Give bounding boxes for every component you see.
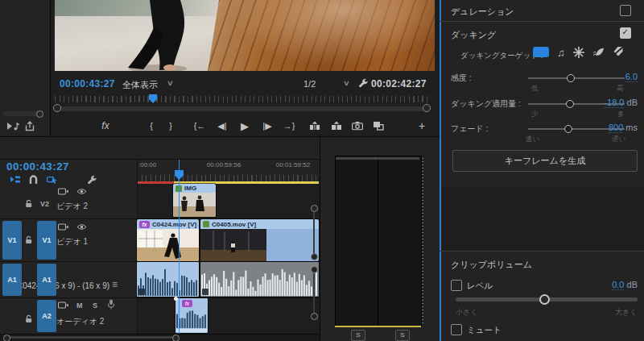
level-checkbox[interactable] [451, 280, 462, 291]
panel-menu-icon[interactable]: ≡ [112, 279, 118, 290]
toggle-output-eye-icon[interactable] [76, 223, 87, 231]
generate-keyframes-button[interactable]: キーフレームを生成 [452, 150, 638, 172]
lock-icon[interactable] [25, 235, 33, 244]
sensitivity-slider[interactable] [528, 77, 625, 79]
go-to-in-icon[interactable]: {← [194, 121, 206, 130]
video-track-scrollbar[interactable] [313, 209, 315, 256]
monitor-settings-wrench-icon[interactable] [358, 78, 369, 89]
slider-thumb[interactable] [539, 294, 550, 305]
chevron-down-icon[interactable]: ∨ [343, 79, 350, 87]
clip-c0424-audio[interactable] [137, 262, 199, 297]
clip-c0405-audio[interactable] [200, 262, 319, 297]
export-icon[interactable] [24, 121, 37, 132]
level-label: レベル [467, 281, 493, 292]
solo-track-button[interactable]: S [93, 301, 97, 310]
ducking-section-label[interactable]: ダッキング [451, 29, 496, 41]
scrollbar-handle[interactable] [311, 266, 318, 273]
monitor-playhead[interactable] [149, 94, 157, 103]
solo-channel-button[interactable]: S [395, 330, 410, 341]
lock-icon[interactable] [25, 199, 33, 208]
scrollbar-handle[interactable] [3, 335, 10, 341]
zoom-handle-left[interactable] [53, 104, 61, 112]
scrollbar-handle[interactable] [36, 110, 43, 118]
scrollbar-handle[interactable] [311, 313, 318, 320]
source-patch-v1[interactable]: V1 [2, 221, 22, 260]
mark-in-icon[interactable]: { [150, 121, 153, 130]
monitor-zoom-scrollbar[interactable] [55, 106, 429, 111]
duration-checkbox[interactable] [620, 5, 631, 16]
left-panel-scrollbar[interactable] [3, 111, 42, 116]
fx-badge-icon[interactable]: fx [101, 121, 109, 131]
voice-over-record-mic-icon[interactable] [107, 299, 115, 310]
sequence-tab-title[interactable]: C0424 - (16 x 9) - (16 x 9) [17, 281, 109, 290]
volume-band[interactable] [176, 329, 207, 332]
sensitivity-value[interactable]: 6.0 [625, 72, 638, 81]
play-audio-icon[interactable] [6, 121, 19, 132]
chevron-down-icon[interactable]: ∨ [167, 79, 174, 87]
duration-section-label[interactable]: デュレーション [451, 6, 514, 18]
sync-lock-icon[interactable] [58, 301, 68, 309]
track-lane-a2[interactable] [137, 298, 320, 334]
go-to-out-icon[interactable]: →} [283, 121, 295, 130]
scrollbar-handle[interactable] [311, 205, 318, 212]
fade-handle[interactable] [174, 297, 178, 301]
ducking-target-music-icon[interactable]: ♫ [557, 48, 565, 58]
track-lane-v2[interactable] [137, 184, 320, 218]
zoom-handle-right[interactable] [423, 104, 431, 112]
timeline-hscroll-bar[interactable] [8, 336, 175, 339]
sync-lock-icon[interactable] [58, 188, 68, 195]
playhead-position-timecode[interactable]: 00:00:43:27 [60, 78, 115, 89]
snap-magnet-icon[interactable] [28, 175, 39, 185]
slider-thumb[interactable] [564, 125, 572, 133]
comparison-view-icon[interactable] [373, 121, 384, 131]
solo-channel-button[interactable]: S [351, 330, 365, 341]
track-target-v2[interactable]: V2 [40, 200, 49, 208]
clip-a2-audio[interactable]: fx [175, 298, 208, 333]
monitor-scrub-ruler[interactable] [55, 94, 429, 102]
level-value[interactable]: 0.0 dB [612, 280, 638, 289]
scrollbar-handle[interactable] [172, 335, 180, 341]
sensitivity-min-label: 低 [531, 84, 539, 94]
lift-icon[interactable] [309, 121, 320, 130]
track-name-video2[interactable]: ビデオ 2 [56, 201, 88, 212]
ducking-target-ambience-icon[interactable] [592, 47, 605, 57]
clip-c0424-video[interactable]: fx C0424.mov [V] [137, 219, 199, 261]
insert-overwrite-as-nest-icon[interactable] [10, 175, 21, 184]
track-name-video1[interactable]: ビデオ 1 [56, 236, 88, 247]
step-back-icon[interactable]: ◀| [217, 121, 226, 130]
mute-checkbox[interactable] [451, 324, 462, 335]
ducking-target-sfx-icon[interactable] [573, 47, 584, 58]
clip-volume-section-label: クリップボリューム [451, 259, 532, 271]
timeline-settings-wrench-icon[interactable] [87, 175, 97, 185]
mute-track-button[interactable]: M [76, 301, 83, 310]
level-slider[interactable] [456, 297, 638, 301]
track-name-audio2[interactable]: オーディオ 2 [56, 316, 104, 327]
playback-resolution-select[interactable]: 1/2 [303, 79, 316, 89]
source-patch-a1[interactable]: A1 [2, 264, 22, 296]
toggle-output-eye-icon[interactable] [76, 188, 87, 195]
slider-thumb[interactable] [566, 100, 574, 108]
step-forward-icon[interactable]: |▶ [262, 121, 271, 130]
play-icon[interactable]: ▶ [241, 120, 249, 131]
mark-out-icon[interactable]: } [169, 121, 172, 130]
button-editor-add-icon[interactable]: + [419, 120, 425, 131]
extract-icon[interactable] [331, 121, 342, 130]
sync-lock-icon[interactable] [58, 223, 68, 231]
clip-c0405-video[interactable]: C0405.mov [V] [200, 219, 319, 261]
ducking-checkbox[interactable] [620, 27, 631, 39]
fade-value[interactable]: 800 ms [609, 123, 638, 132]
audio-track-scrollbar[interactable] [313, 271, 315, 314]
lock-icon[interactable] [25, 314, 33, 323]
export-frame-icon[interactable] [352, 121, 363, 130]
ducking-target-dialogue-icon[interactable] [533, 47, 549, 57]
zoom-level-select[interactable]: 全体表示 [122, 79, 158, 91]
scrollbar-handle[interactable] [311, 253, 318, 260]
track-target-v1[interactable]: V1 [37, 221, 56, 260]
slider-thumb[interactable] [567, 74, 575, 82]
duck-amount-value[interactable]: -18.0 dB [604, 98, 638, 107]
track-target-a2[interactable]: A2 [37, 300, 56, 332]
ducking-target-untagged-icon[interactable] [612, 46, 624, 57]
track-target-a1[interactable]: A1 [37, 264, 56, 296]
timeline-timecode[interactable]: 00:00:43:27 [6, 160, 69, 173]
linked-selection-icon[interactable] [47, 175, 59, 185]
